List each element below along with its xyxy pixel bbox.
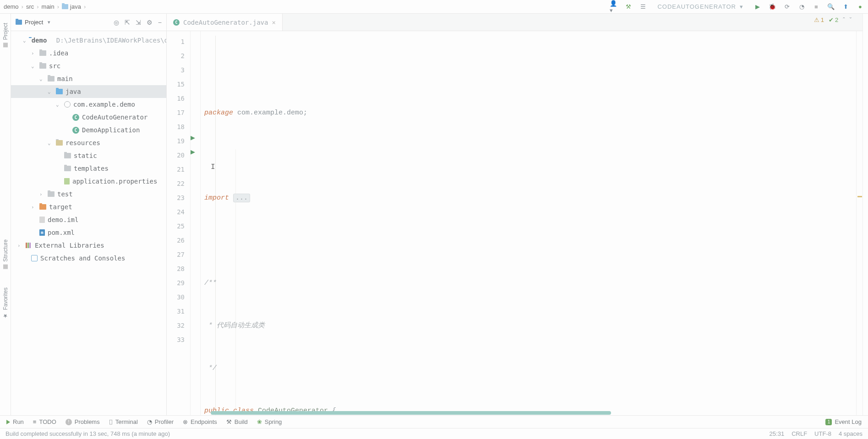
folder-icon [48,76,55,81]
tree-node-pom[interactable]: mpom.xml [11,226,166,239]
event-log-badge: 1 [825,419,832,425]
run-target-icon[interactable]: ☰ [639,3,647,11]
select-opened-file-icon[interactable]: ◎ [114,19,119,26]
tree-node-templates[interactable]: templates [11,162,166,175]
folded-region[interactable]: ... [233,194,250,202]
collapse-all-icon[interactable]: ⇲ [136,19,141,26]
tree-node-app-properties[interactable]: application.properties [11,175,166,188]
tree-node-static[interactable]: static [11,149,166,162]
tree-node-iml[interactable]: demo.iml [11,213,166,226]
maven-file-icon: m [39,229,45,236]
profiler-tool-tab[interactable]: ◔Profiler [147,418,174,425]
code-with-me-icon[interactable]: 👤▾ [610,3,618,11]
breadcrumb-main[interactable]: main [42,3,55,10]
folder-icon [39,50,46,56]
run-tool-tab[interactable]: Run [6,418,24,425]
search-everywhere-icon[interactable]: 🔍 [827,3,835,11]
tree-node-target[interactable]: target [11,201,166,213]
breadcrumb-sep: › [22,3,23,10]
class-icon: C [173,19,180,26]
line-number-gutter[interactable]: 123 151617 181920 212223 242526 272829 3… [167,31,191,415]
build-icon[interactable]: ⚒ [624,3,633,11]
indent-widget[interactable]: 4 spaces [839,430,863,437]
project-icon [16,20,22,25]
profiler-icon: ◔ [147,418,152,425]
folder-icon [64,166,71,171]
tree-node-scratches[interactable]: Scratches and Consoles [11,252,166,265]
horizontal-scrollbar[interactable] [211,411,856,415]
problems-tool-tab[interactable]: !Problems [66,418,100,425]
breadcrumb-demo[interactable]: demo [4,3,19,10]
tree-node-class[interactable]: CCodeAutoGenerator [11,111,166,124]
stop-icon[interactable]: ■ [812,3,820,11]
project-tree[interactable]: demo D:\JetBrains\IDEAWorkPlaces\demo .i… [11,31,166,415]
build-tool-tab[interactable]: ⚒Build [226,418,248,425]
inspection-up-icon[interactable]: ˆ [843,16,845,23]
tree-node-idea[interactable]: .idea [11,47,166,60]
run-line-icon[interactable]: ▶ [191,148,195,155]
spring-tool-tab[interactable]: ❀Spring [257,418,282,425]
structure-tool-tab[interactable]: Structure [2,239,9,269]
settings-icon[interactable]: ⚙ [147,19,153,26]
terminal-tool-tab[interactable]: ⌷Terminal [109,418,138,425]
tree-node-java[interactable]: java [11,85,166,98]
tree-node-src[interactable]: src [11,60,166,72]
breadcrumb-sep: › [37,3,38,10]
warnings-badge[interactable]: ⚠1 [814,16,824,23]
star-icon: ★ [2,313,9,319]
editor-tab[interactable]: C CodeAutoGenerator.java × [167,14,283,31]
scratches-icon [31,255,38,261]
expand-all-icon[interactable]: ⇱ [125,19,130,26]
cursor-position[interactable]: 25:31 [770,430,785,437]
tree-node-project-root[interactable]: demo D:\JetBrains\IDEAWorkPlaces\demo [11,34,166,47]
right-tool-strip [863,14,868,415]
problems-icon: ! [66,419,72,425]
update-project-icon[interactable]: ⬆ [841,3,850,11]
properties-file-icon [64,178,70,184]
editor-inspections-widget[interactable]: ⚠1 ✔2 ˆ ˇ [814,16,852,23]
tree-node-class[interactable]: CDemoApplication [11,124,166,136]
line-separator[interactable]: CRLF [792,430,807,437]
file-encoding[interactable]: UTF-8 [814,430,831,437]
tree-node-test[interactable]: test [11,188,166,201]
tree-node-main[interactable]: main [11,72,166,85]
tree-node-package[interactable]: com.example.demo [11,98,166,111]
debug-icon[interactable]: 🐞 [768,3,776,11]
project-tool-tab[interactable]: Project [2,23,9,47]
left-tool-strip: Project Structure ★Favorites [0,14,11,415]
navigation-bar: demo › src › main › java › 👤▾ ⚒ ☰ CODEAU… [0,0,868,14]
source-folder-icon [56,89,63,94]
run-gutter: ▶ ▶ [191,31,201,415]
close-tab-icon[interactable]: × [272,19,275,26]
run-configuration-selector[interactable]: CODEAUTOGENERATOR ▾ [654,2,747,11]
breadcrumb-src[interactable]: src [26,3,34,10]
weak-warnings-badge[interactable]: ✔2 [829,16,838,23]
favorites-tool-tab[interactable]: ★Favorites [2,287,9,319]
run-icon[interactable]: ▶ [753,3,762,11]
project-tool-window: Project ◎ ⇱ ⇲ ⚙ − demo D:\JetBrains\IDEA… [11,14,167,415]
warning-marker[interactable] [857,196,862,197]
error-stripe[interactable] [856,31,863,415]
editor[interactable]: 123 151617 181920 212223 242526 272829 3… [167,31,863,415]
editor-area: C CodeAutoGenerator.java × ⚠1 ✔2 ˆ ˇ 123… [167,14,863,415]
inspection-down-icon[interactable]: ˇ [850,16,852,23]
tree-node-external-libraries[interactable]: External Libraries [11,239,166,252]
folder-icon [64,153,71,158]
run-line-icon[interactable]: ▶ [191,134,195,141]
run-config-label: CODEAUTOGENERATOR [657,3,736,10]
endpoints-tool-tab[interactable]: ⊗Endpoints [183,418,217,425]
code-area[interactable]: I package com.example.demo; import ... /… [201,31,856,415]
folder-icon [48,191,55,197]
breadcrumb-java[interactable]: java [62,3,81,10]
coverage-icon[interactable]: ⟳ [783,3,791,11]
ide-avatar-icon[interactable]: ● [856,3,864,11]
breadcrumb-sep: › [84,3,86,10]
tree-node-resources[interactable]: resources [11,136,166,149]
excluded-folder-icon [39,204,46,210]
todo-tool-tab[interactable]: ≡TODO [33,418,56,425]
project-view-selector[interactable]: Project [16,19,50,26]
event-log-tab[interactable]: 1Event Log [825,418,862,425]
profile-icon[interactable]: ◔ [797,3,806,11]
hide-icon[interactable]: − [158,19,162,26]
class-icon: C [72,127,79,134]
